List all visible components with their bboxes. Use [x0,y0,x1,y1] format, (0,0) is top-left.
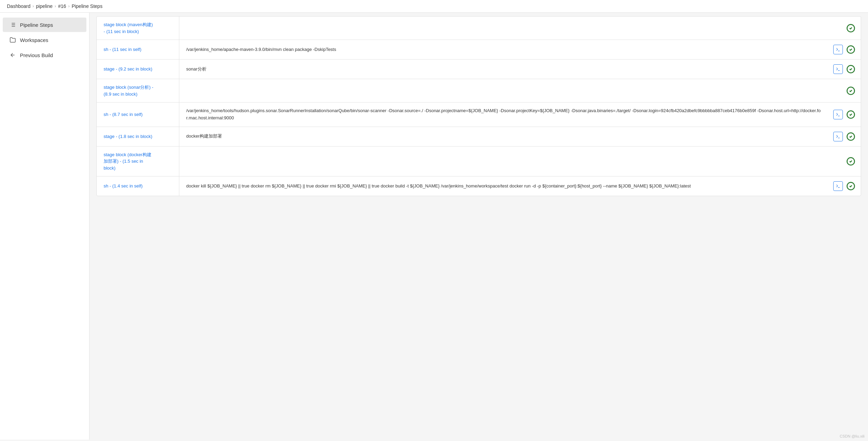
step-desc-6: docker构建加部署 [179,127,828,146]
step-desc-1 [179,17,841,40]
sidebar-item-pipeline-steps[interactable]: Pipeline Steps [3,18,86,32]
table-row: sh - (1.4 sec in self) docker kill ${JOB… [97,176,861,196]
breadcrumb-pipeline[interactable]: pipeline [36,3,53,9]
table-row: stage - (1.8 sec in block) docker构建加部署 [97,127,861,147]
terminal-button-6[interactable] [833,132,843,141]
step-label-8[interactable]: sh - (1.4 sec in self) [97,176,179,196]
step-actions-6 [828,127,861,146]
table-row: stage block (docker构建加部署) - (1.5 sec inb… [97,147,861,177]
terminal-button-8[interactable] [833,181,843,191]
watermark: CSDN @liu.xili [840,434,865,438]
check-icon-3 [846,65,855,74]
breadcrumb-build-num[interactable]: #16 [58,3,66,9]
check-icon-8 [846,182,855,191]
step-desc-5: /var/jenkins_home/tools/hudson.plugins.s… [179,103,828,127]
table-row: sh - (11 sec in self) /var/jenkins_home/… [97,40,861,60]
table-row: sh - (8.7 sec in self) /var/jenkins_home… [97,103,861,127]
step-label-2[interactable]: sh - (11 sec in self) [97,40,179,59]
breadcrumb-sep-1: › [33,4,34,9]
table-row: stage block (sonar分析) -(8.9 sec in block… [97,79,861,103]
check-icon-5 [846,110,855,119]
step-actions-7 [841,147,861,176]
terminal-button-2[interactable] [833,45,843,54]
sidebar-item-previous-build[interactable]: Previous Build [3,48,86,62]
step-actions-2 [828,40,861,59]
check-icon-2 [846,45,855,54]
step-desc-4 [179,79,841,102]
step-label-5[interactable]: sh - (8.7 sec in self) [97,103,179,127]
step-desc-2: /var/jenkins_home/apache-maven-3.9.0/bin… [179,40,828,59]
breadcrumb-sep-2: › [55,4,56,9]
step-label-6[interactable]: stage - (1.8 sec in block) [97,127,179,146]
breadcrumb-sep-3: › [68,4,70,9]
arrow-left-icon [10,52,16,58]
step-actions-4 [841,79,861,102]
sidebar-item-workspaces[interactable]: Workspaces [3,33,86,47]
steps-table: stage block (maven构建)- (11 sec in block)… [96,16,861,196]
step-label-4[interactable]: stage block (sonar分析) -(8.9 sec in block… [97,79,179,102]
sidebar-item-previous-build-label: Previous Build [20,52,53,58]
sidebar-item-pipeline-steps-label: Pipeline Steps [20,22,53,28]
check-icon-7 [846,157,855,166]
step-label-1[interactable]: stage block (maven构建)- (11 sec in block) [97,17,179,40]
step-desc-8: docker kill ${JOB_NAME} || true docker r… [179,176,828,196]
sidebar-item-workspaces-label: Workspaces [20,37,48,43]
step-actions-1 [841,17,861,40]
check-icon-1 [846,24,855,33]
check-icon-6 [846,132,855,141]
step-actions-8 [828,176,861,196]
table-row: stage - (9.2 sec in block) sonar分析 [97,60,861,79]
folder-icon [10,37,16,43]
step-desc-3: sonar分析 [179,60,828,79]
terminal-button-5[interactable] [833,110,843,119]
list-icon [10,22,16,28]
main-content: stage block (maven构建)- (11 sec in block)… [89,13,868,440]
step-actions-5 [828,103,861,127]
step-label-7[interactable]: stage block (docker构建加部署) - (1.5 sec inb… [97,147,179,176]
table-row: stage block (maven构建)- (11 sec in block) [97,17,861,40]
sidebar: Pipeline Steps Workspaces Previous Build [0,13,89,440]
breadcrumb-pipeline-steps: Pipeline Steps [72,3,103,9]
breadcrumb: Dashboard › pipeline › #16 › Pipeline St… [0,0,868,13]
step-desc-7 [179,147,841,176]
breadcrumb-dashboard[interactable]: Dashboard [7,3,31,9]
step-label-3[interactable]: stage - (9.2 sec in block) [97,60,179,79]
check-icon-4 [846,86,855,95]
terminal-button-3[interactable] [833,64,843,74]
step-actions-3 [828,60,861,79]
